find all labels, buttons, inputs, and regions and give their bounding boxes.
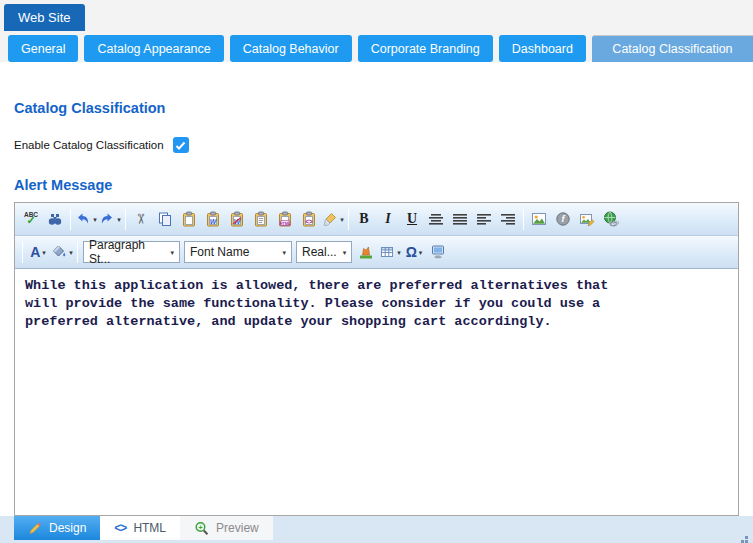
align-center-button[interactable] [424, 207, 448, 231]
font-size-dropdown[interactable]: Real... ▾ [296, 241, 352, 263]
tab-catalog-appearance[interactable]: Catalog Appearance [84, 35, 223, 62]
bold-button[interactable]: B [352, 207, 376, 231]
dropdown-caret-icon: ▾ [93, 216, 97, 223]
align-left-icon [476, 211, 492, 227]
editor-toolbar-row1: ABC ✓ ▾ ▾ ✂ [15, 203, 738, 236]
tab-catalog-behavior[interactable]: Catalog Behavior [230, 35, 352, 62]
undo-button[interactable]: ▾ [74, 207, 98, 231]
spellcheck-button[interactable]: ABC ✓ [19, 207, 43, 231]
enable-classification-row: Enable Catalog Classification [14, 137, 753, 153]
mode-tab-design[interactable]: Design [14, 516, 100, 540]
paste-from-word-strip-font-button[interactable]: W [225, 207, 249, 231]
page-title: Catalog Classification [14, 62, 753, 116]
italic-icon: I [385, 211, 390, 227]
editor-toolbar-row2: A ▾ ▾ Paragraph St... ▾ Font Name ▾ Real… [15, 236, 738, 269]
align-center-icon [428, 211, 444, 227]
apply-css-class-button[interactable] [354, 240, 378, 264]
tab-corporate-branding[interactable]: Corporate Branding [358, 35, 493, 62]
format-stripper-brush-icon [322, 211, 338, 227]
dropdown-caret-icon: ▾ [337, 249, 347, 256]
editor-mode-strip: Design <> HTML + Preview [0, 516, 753, 543]
image-map-editor-button[interactable] [575, 207, 599, 231]
tab-label: Corporate Branding [371, 42, 480, 56]
editor-text-line: preferred alternative, and update your s… [25, 313, 728, 331]
hyperlink-manager-button[interactable] [599, 207, 623, 231]
underline-button[interactable]: U [400, 207, 424, 231]
background-color-button[interactable]: ▾ [50, 240, 74, 264]
foreground-color-button[interactable]: A ▾ [26, 240, 50, 264]
paste-plain-text-button[interactable] [249, 207, 273, 231]
copy-button[interactable] [153, 207, 177, 231]
toolbar-separator [70, 209, 71, 230]
insert-table-button[interactable]: ▾ [378, 240, 402, 264]
enable-classification-label: Enable Catalog Classification [14, 139, 164, 151]
table-icon [379, 244, 395, 260]
tab-label: Dashboard [512, 42, 573, 56]
checkmark-icon [175, 140, 186, 151]
insert-symbol-button[interactable]: Ω ▾ [402, 240, 426, 264]
editor-content-area[interactable]: While this application is allowed, there… [15, 269, 738, 515]
mode-tab-html[interactable]: <> HTML [100, 516, 180, 540]
dropdown-caret-icon: ▾ [69, 249, 73, 256]
undo-icon [75, 211, 91, 227]
hyperlink-globe-icon [603, 211, 619, 227]
paste-button[interactable] [177, 207, 201, 231]
dropdown-caret-icon: ▾ [164, 249, 174, 256]
mode-tab-label: Design [49, 521, 86, 535]
alert-message-title: Alert Message [14, 177, 753, 193]
align-right-button[interactable] [496, 207, 520, 231]
toolbar-separator [77, 242, 78, 263]
dropdown-caret-icon: ▾ [276, 249, 286, 256]
image-manager-button[interactable] [527, 207, 551, 231]
binoculars-icon [47, 211, 63, 227]
mode-tab-preview[interactable]: + Preview [180, 516, 273, 540]
format-stripper-button[interactable]: ▾ [321, 207, 345, 231]
dropdown-caret-icon: ▾ [117, 216, 121, 223]
toolbar-separator [523, 209, 524, 230]
tab-label: Catalog Appearance [97, 42, 210, 56]
redo-icon [99, 211, 115, 227]
code-brackets-icon: <> [114, 521, 126, 535]
pencil-icon [28, 521, 42, 535]
dropdown-caret-icon: ▾ [340, 216, 344, 223]
mode-tab-label: HTML [133, 521, 166, 535]
justify-button[interactable] [448, 207, 472, 231]
paste-markup-button[interactable]: <> [297, 207, 321, 231]
redo-button[interactable]: ▾ [98, 207, 122, 231]
italic-button[interactable]: I [376, 207, 400, 231]
cut-button[interactable]: ✂ [129, 207, 153, 231]
paste-from-word-icon: W [205, 211, 221, 227]
omega-icon: Ω [406, 244, 417, 260]
paste-from-word-button[interactable]: W [201, 207, 225, 231]
monitor-icon [430, 244, 446, 260]
tab-general[interactable]: General [8, 35, 78, 62]
underline-icon: U [407, 211, 417, 227]
site-tab-label: Web Site [18, 10, 71, 25]
align-left-button[interactable] [472, 207, 496, 231]
rich-text-editor: ABC ✓ ▾ ▾ ✂ [14, 202, 739, 516]
font-name-dropdown[interactable]: Font Name ▾ [184, 241, 292, 263]
paste-as-html-button[interactable]: HTML [273, 207, 297, 231]
paragraph-style-value: Paragraph St... [89, 238, 164, 266]
dropdown-caret-icon: ▾ [419, 249, 423, 256]
image-edit-icon [579, 211, 595, 227]
top-chrome: Web Site General Catalog Appearance Cata… [0, 0, 753, 62]
tab-catalog-classification[interactable]: Catalog Classification [592, 35, 753, 62]
document-manager-button[interactable] [426, 240, 450, 264]
magnifier-plus-icon: + [194, 521, 209, 536]
css-class-icon [358, 244, 374, 260]
paste-from-word-strip-font-icon: W [229, 211, 245, 227]
resize-grip[interactable] [745, 536, 748, 539]
spellcheck-icon: ABC ✓ [24, 212, 38, 227]
svg-text:HTML: HTML [279, 221, 291, 226]
find-and-replace-button[interactable] [43, 207, 67, 231]
flash-manager-button[interactable]: f [551, 207, 575, 231]
site-tab-web-site[interactable]: Web Site [4, 4, 85, 31]
paste-plain-text-icon [253, 211, 269, 227]
paste-icon [181, 211, 197, 227]
justify-icon [452, 211, 468, 227]
copy-icon [157, 211, 173, 227]
enable-classification-checkbox[interactable] [173, 137, 189, 153]
paragraph-style-dropdown[interactable]: Paragraph St... ▾ [83, 241, 180, 263]
tab-dashboard[interactable]: Dashboard [499, 35, 586, 62]
